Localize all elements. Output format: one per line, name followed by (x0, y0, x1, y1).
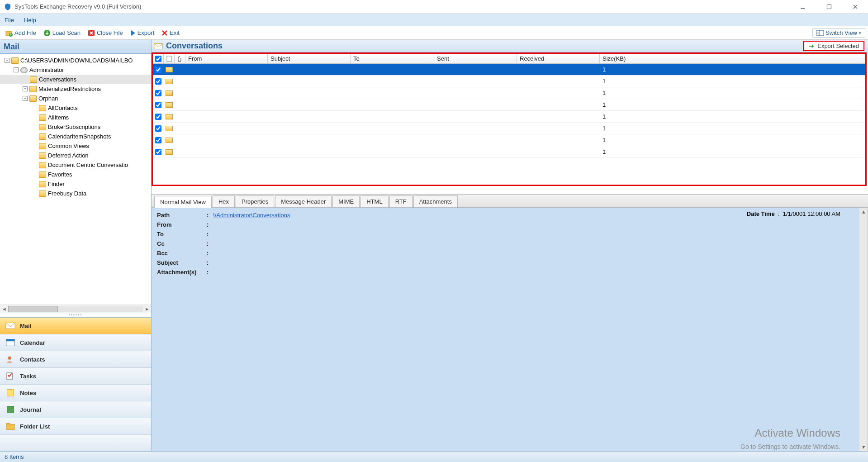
preview-vscroll[interactable]: ▴ ▾ (859, 208, 868, 451)
col-from[interactable]: From (185, 54, 268, 63)
close-button[interactable] (846, 1, 864, 13)
preview-path-link[interactable]: \\Administrator\Conversations (213, 212, 290, 219)
scroll-left-icon[interactable]: ◂ (0, 305, 8, 312)
menu-file[interactable]: File (5, 17, 14, 24)
row-checkbox[interactable] (155, 149, 161, 155)
col-attachment[interactable] (175, 54, 185, 63)
tab-attachments[interactable]: Attachments (413, 195, 458, 207)
scroll-down-icon[interactable]: ▾ (859, 443, 868, 451)
nav-journal[interactable]: Journal (0, 401, 151, 418)
tab-normal-mail-view[interactable]: Normal Mail View (154, 196, 212, 208)
maximize-button[interactable] (820, 1, 838, 13)
tab-mime[interactable]: MIME (332, 195, 360, 207)
message-row[interactable]: 1 (153, 123, 865, 134)
splitter-gripper[interactable]: •••••• (0, 313, 151, 317)
nav-contacts[interactable]: Contacts (0, 351, 151, 368)
row-checkbox[interactable] (155, 137, 161, 143)
envelope-icon (166, 79, 173, 84)
nav-notes[interactable]: Notes (0, 385, 151, 401)
row-checkbox[interactable] (155, 67, 161, 73)
message-row[interactable]: 1 (153, 64, 865, 76)
nav-strip (0, 435, 151, 451)
col-icon[interactable] (164, 54, 175, 63)
row-checkbox[interactable] (155, 90, 161, 96)
tree-item[interactable]: Freebusy Data (0, 189, 151, 198)
message-row[interactable]: 1 (153, 87, 865, 99)
export-selected-button[interactable]: Export Selected (803, 41, 864, 51)
col-sent[interactable]: Sent (434, 54, 517, 63)
nav-tasks-label: Tasks (20, 373, 36, 380)
tree-admin[interactable]: − Administrator (0, 65, 151, 75)
tab-hex[interactable]: Hex (213, 195, 235, 207)
tree-item[interactable]: Favorites (0, 170, 151, 179)
add-file-button[interactable]: + Add File (3, 29, 39, 38)
folder-icon (39, 114, 46, 121)
tab-properties[interactable]: Properties (236, 195, 274, 207)
tree-item[interactable]: Finder (0, 179, 151, 189)
load-scan-button[interactable]: Load Scan (41, 29, 83, 38)
tree-item-label: AllContacts (48, 105, 78, 111)
tree-item[interactable]: Deferred Action (0, 151, 151, 160)
folder-plus-icon: + (5, 29, 13, 37)
scroll-thumb[interactable] (8, 306, 58, 312)
tree-hscroll[interactable]: ◂ ▸ (0, 305, 151, 313)
col-to[interactable]: To (351, 54, 434, 63)
message-row[interactable]: 1 (153, 146, 865, 158)
folder-icon (39, 191, 46, 197)
row-checkbox[interactable] (155, 114, 161, 120)
menubar: File Help (0, 14, 868, 26)
nav-folder-list[interactable]: Folder List (0, 418, 151, 435)
message-row[interactable]: 1 (153, 134, 865, 146)
nav-calendar[interactable]: Calendar (0, 334, 151, 351)
select-all-checkbox[interactable] (155, 56, 161, 62)
expand-icon[interactable]: + (23, 86, 28, 91)
scroll-up-icon[interactable]: ▴ (859, 208, 868, 216)
nav-calendar-label: Calendar (20, 339, 45, 346)
switch-view-button[interactable]: Switch View ▾ (812, 28, 865, 38)
menu-help[interactable]: Help (24, 17, 36, 24)
message-row[interactable]: 1 (153, 111, 865, 123)
col-subject[interactable]: Subject (268, 54, 351, 63)
svg-text:+: + (9, 31, 13, 37)
row-size: 1 (600, 87, 865, 99)
minimize-button[interactable] (794, 1, 812, 13)
collapse-icon[interactable]: − (23, 96, 28, 101)
col-received[interactable]: Received (517, 54, 600, 63)
sidebar: Mail − C:\USERS\ADMIN\DOWNLOADS\MAILBO −… (0, 40, 152, 451)
collapse-icon[interactable]: − (14, 67, 19, 72)
tree-materialized[interactable]: + MaterializedRestrictions (0, 84, 151, 94)
tree-item[interactable]: BrokerSubscriptions (0, 122, 151, 132)
journal-icon (5, 405, 15, 414)
tree-root[interactable]: − C:\USERS\ADMIN\DOWNLOADS\MAILBO (0, 56, 151, 65)
nav-tasks[interactable]: Tasks (0, 368, 151, 385)
message-row[interactable]: 1 (153, 99, 865, 111)
preview-from-label: From (157, 221, 207, 228)
folder-icon (39, 124, 46, 130)
tab-message-header[interactable]: Message Header (275, 195, 332, 207)
tree-item[interactable]: AllContacts (0, 103, 151, 113)
tree-item[interactable]: Common Views (0, 141, 151, 151)
row-size: 1 (600, 64, 865, 75)
row-checkbox[interactable] (155, 125, 161, 132)
tab-html[interactable]: HTML (360, 195, 388, 207)
scroll-right-icon[interactable]: ▸ (143, 305, 151, 312)
tab-rtf[interactable]: RTF (389, 195, 413, 207)
tree-item[interactable]: CalendarItemSnapshots (0, 132, 151, 141)
nav-mail[interactable]: Mail (0, 318, 151, 334)
tree-item-label: Favorites (48, 171, 72, 178)
close-file-button[interactable]: Close File (85, 29, 126, 38)
tree-orphan[interactable]: − Orphan (0, 94, 151, 103)
folder-tree[interactable]: − C:\USERS\ADMIN\DOWNLOADS\MAILBO − Admi… (0, 54, 151, 305)
message-row[interactable]: 1 (153, 76, 865, 87)
col-size[interactable]: Size(KB) (600, 54, 865, 63)
row-checkbox[interactable] (155, 78, 161, 85)
tree-item[interactable]: Document Centric Conversatio (0, 160, 151, 170)
tree-conversations[interactable]: Conversations (0, 75, 151, 84)
collapse-icon[interactable]: − (5, 58, 9, 63)
export-button[interactable]: Export (128, 29, 157, 37)
export-arrow-icon (808, 43, 815, 49)
exit-button[interactable]: Exit (159, 29, 182, 37)
tree-item[interactable]: AllItems (0, 113, 151, 122)
row-checkbox[interactable] (155, 102, 161, 108)
col-checkbox[interactable] (153, 54, 164, 63)
